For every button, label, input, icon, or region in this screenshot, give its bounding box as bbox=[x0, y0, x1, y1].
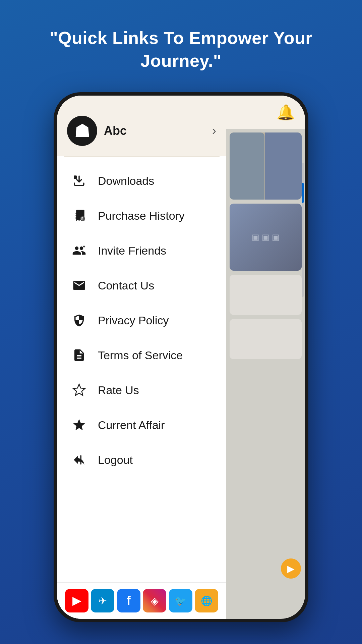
drawer-panel: ☗ Abc › Downloads $ bbox=[57, 96, 226, 619]
menu-item-privacy-policy[interactable]: Privacy Policy bbox=[57, 303, 226, 338]
contact-us-label: Contact Us bbox=[98, 279, 154, 292]
menu-item-current-affair[interactable]: Current Affair bbox=[57, 408, 226, 442]
download-icon bbox=[70, 172, 88, 190]
menu-item-downloads[interactable]: Downloads bbox=[57, 163, 226, 198]
content-cards: वो गया सफल हो गया ▣ ▣ ▣ bbox=[226, 129, 305, 367]
phone-screen: ☗ Abc › Downloads $ bbox=[57, 96, 305, 619]
svg-rect-0 bbox=[74, 175, 77, 179]
shield-icon bbox=[70, 312, 88, 329]
logout-label: Logout bbox=[98, 453, 133, 467]
rate-us-label: Rate Us bbox=[98, 384, 139, 397]
star-icon bbox=[70, 381, 88, 399]
twitter-icon[interactable]: 🐦 bbox=[169, 589, 192, 612]
drawer-header[interactable]: ☗ Abc › bbox=[57, 96, 226, 156]
scroll-thumb bbox=[302, 183, 304, 203]
menu-list: Downloads $ Purchase History + Invite Fr… bbox=[57, 157, 226, 619]
menu-item-invite-friends[interactable]: + Invite Friends bbox=[57, 233, 226, 268]
svg-text:+: + bbox=[83, 244, 85, 249]
svg-text:$: $ bbox=[81, 217, 83, 221]
contact-icon bbox=[70, 277, 88, 294]
avatar-icon: ☗ bbox=[74, 122, 90, 140]
globe-icon[interactable]: 🌐 bbox=[195, 589, 218, 612]
svg-rect-4 bbox=[80, 455, 82, 465]
fab-button[interactable]: ▶ bbox=[281, 558, 301, 579]
notification-bell-icon[interactable]: 🔔 bbox=[277, 104, 295, 121]
instagram-icon[interactable]: ◈ bbox=[143, 589, 166, 612]
youtube-icon[interactable]: ▶ bbox=[65, 589, 88, 612]
menu-item-purchase-history[interactable]: $ Purchase History bbox=[57, 198, 226, 233]
menu-item-terms[interactable]: Terms of Service bbox=[57, 338, 226, 373]
promo-card: वो गया सफल हो गया bbox=[230, 132, 302, 200]
facebook-icon[interactable]: f bbox=[117, 589, 140, 612]
phone-mockup: ☗ Abc › Downloads $ bbox=[54, 92, 308, 622]
terms-label: Terms of Service bbox=[98, 349, 183, 362]
chevron-right-icon[interactable]: › bbox=[212, 124, 216, 138]
menu-item-logout[interactable]: Logout bbox=[57, 442, 226, 477]
menu-item-contact-us[interactable]: Contact Us bbox=[57, 268, 226, 303]
news-card: ▣ ▣ ▣ bbox=[230, 204, 302, 271]
social-footer: ▶ ✈ f ◈ 🐦 🌐 bbox=[57, 582, 226, 619]
logout-icon bbox=[70, 451, 88, 469]
scroll-bar bbox=[302, 163, 304, 297]
app-header: 🔔 bbox=[226, 96, 305, 129]
invite-icon: + bbox=[70, 242, 88, 259]
current-affair-label: Current Affair bbox=[98, 419, 165, 432]
purchase-history-label: Purchase History bbox=[98, 209, 185, 222]
gray-card-1 bbox=[230, 275, 302, 315]
receipt-icon: $ bbox=[70, 207, 88, 224]
invite-friends-label: Invite Friends bbox=[98, 244, 166, 257]
menu-item-rate-us[interactable]: Rate Us bbox=[57, 373, 226, 408]
downloads-label: Downloads bbox=[98, 174, 154, 187]
document-icon bbox=[70, 346, 88, 364]
avatar: ☗ bbox=[67, 116, 97, 146]
privacy-policy-label: Privacy Policy bbox=[98, 314, 169, 327]
tagline: "Quick Links To Empower Your Journey." bbox=[0, 27, 362, 72]
user-name: Abc bbox=[104, 124, 205, 138]
star-filled-icon bbox=[70, 416, 88, 434]
promo-images bbox=[230, 132, 302, 200]
app-content-overlay: 🔔 वो गया सफल हो गया ▣ ▣ ▣ bbox=[226, 96, 305, 619]
news-image: ▣ ▣ ▣ bbox=[230, 204, 302, 271]
gray-card-2 bbox=[230, 319, 302, 359]
telegram-icon[interactable]: ✈ bbox=[91, 589, 114, 612]
